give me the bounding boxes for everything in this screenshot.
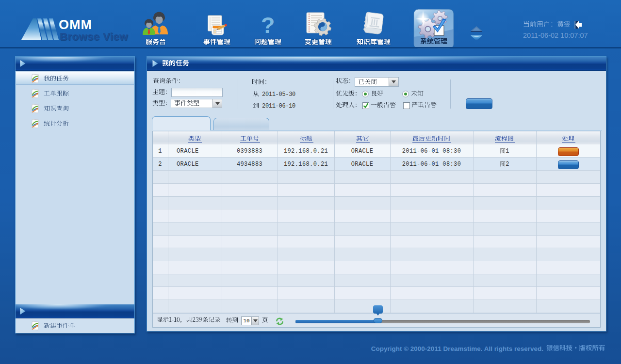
svg-text:?: ? [261,12,275,37]
